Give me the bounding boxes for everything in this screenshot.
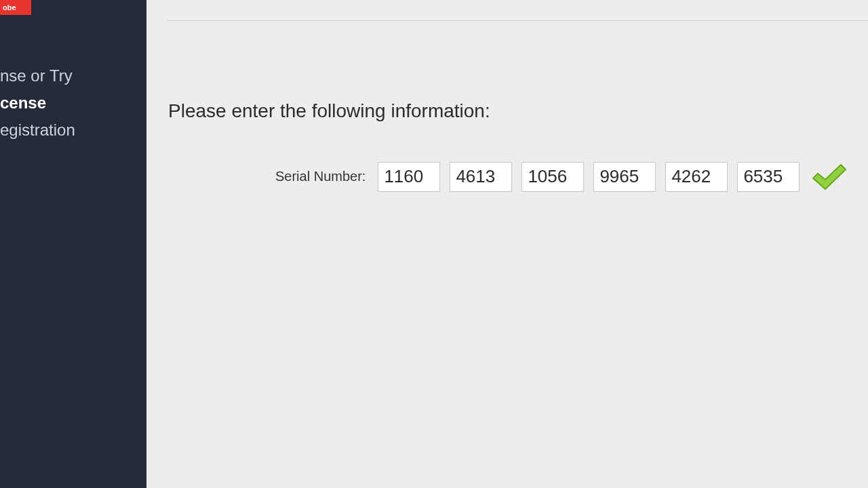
serial-label: Serial Number: [275, 169, 366, 184]
serial-input-5[interactable] [665, 162, 728, 192]
checkmark-icon [809, 161, 850, 192]
svg-marker-0 [813, 165, 846, 189]
header-divider [167, 20, 868, 21]
nav-list: nse or Try cense egistration [0, 62, 146, 144]
serial-input-4[interactable] [593, 162, 656, 192]
serial-input-2[interactable] [450, 162, 512, 192]
main-panel [146, 0, 868, 488]
serial-row: Serial Number: [275, 161, 850, 192]
nav-item-registration[interactable]: egistration [0, 117, 146, 144]
brand-logo: obe [0, 0, 31, 15]
serial-input-6[interactable] [737, 162, 800, 192]
serial-input-3[interactable] [521, 162, 584, 192]
nav-item-license-or-try[interactable]: nse or Try [0, 62, 146, 89]
serial-input-1[interactable] [378, 162, 440, 192]
sidebar: obe nse or Try cense egistration [0, 0, 146, 488]
nav-item-license[interactable]: cense [0, 89, 146, 117]
prompt-text: Please enter the following information: [168, 100, 490, 122]
